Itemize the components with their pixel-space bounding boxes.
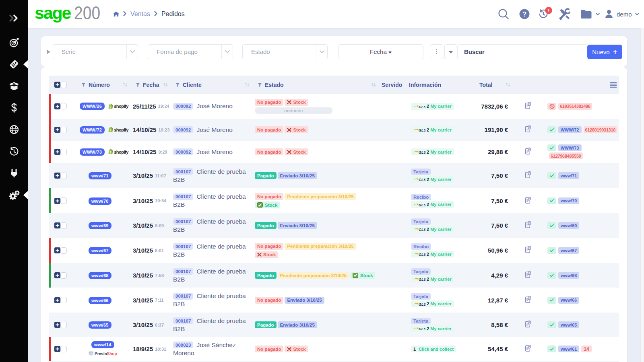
svg-text:GLS: GLS xyxy=(419,203,425,207)
svg-text:GLS: GLS xyxy=(419,178,425,182)
svg-text:GLS: GLS xyxy=(419,228,425,232)
svg-text:GLS: GLS xyxy=(419,302,425,306)
svg-text:?: ? xyxy=(522,10,526,18)
svg-text:GLS: GLS xyxy=(419,253,425,257)
svg-text:GLS: GLS xyxy=(419,128,425,132)
svg-text:GLS: GLS xyxy=(419,150,425,154)
svg-text:GLS: GLS xyxy=(419,278,425,282)
svg-text:GLS: GLS xyxy=(419,327,425,331)
svg-text:GLS: GLS xyxy=(419,105,425,109)
